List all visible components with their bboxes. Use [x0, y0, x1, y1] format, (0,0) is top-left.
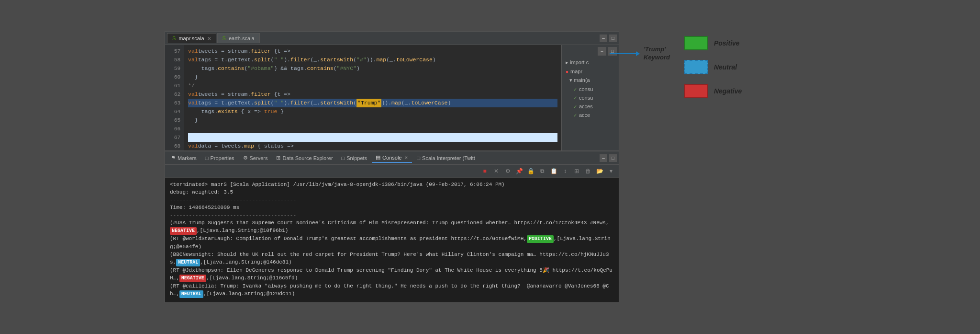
clear-button[interactable]: 🗑 [583, 166, 593, 176]
tab-scala-interpreter[interactable]: □ Scala Interpreter (Twitt [413, 154, 479, 162]
tab-properties[interactable]: □ Properties [201, 154, 238, 162]
console-weighted: debug: weighted: 3.5 [170, 188, 614, 196]
code-line-62: val tweets = stream.filter {t => [188, 90, 557, 99]
console-area: ⚑ Markers □ Properties ⚙ Servers ⊞ Data … [165, 150, 619, 302]
scala-file-icon2: S [223, 35, 226, 41]
check-icon-4: ✓ [573, 113, 577, 118]
stop-button[interactable]: ■ [480, 166, 490, 176]
editor-tab-bar: S mapr.scala ✕ S earth.scala – □ [165, 32, 619, 45]
tree-item-consu1[interactable]: ✓ consu [564, 85, 617, 93]
tab-mapr-scala-label: mapr.scala [178, 35, 204, 41]
editor-body: 57 58 59 60 61 62 63 64 65 66 67 68 69 v… [165, 45, 619, 150]
code-line-66 [188, 125, 557, 133]
tab-console[interactable]: ▤ Console ✕ [372, 153, 412, 163]
tree-item-main[interactable]: ▾ main(a [564, 76, 617, 84]
badge-positive-1: POSITIVE [527, 235, 554, 243]
annotation-text: 'Trump' Keyword [644, 46, 670, 62]
legend-negative-label: Negative [714, 87, 742, 95]
code-line-61: */ [188, 81, 557, 90]
tab-snippets[interactable]: □ Snippets [338, 154, 371, 162]
scroll-button[interactable]: ↕ [560, 166, 570, 176]
tree-item-consu2[interactable]: ✓ consu [564, 94, 617, 102]
console-window-controls: – □ [600, 154, 617, 162]
tree-item-acces2[interactable]: ✓ acce [564, 111, 617, 119]
annotation-container: 'Trump' Keyword [610, 46, 670, 62]
panel-minimize-button[interactable]: – [598, 47, 606, 56]
terminate-button[interactable]: ✕ [491, 166, 501, 176]
more-button[interactable]: ▾ [606, 166, 616, 176]
datasource-icon: ⊞ [276, 155, 280, 161]
legend-negative: Negative [684, 84, 770, 98]
tab-earth-scala-label: earth.scala [229, 35, 255, 41]
check-icon-3: ✓ [573, 104, 577, 109]
code-editor[interactable]: 57 58 59 60 61 62 63 64 65 66 67 68 69 v… [165, 45, 561, 150]
badge-neutral-2: NEUTRAL [176, 259, 200, 266]
legend-neutral: Neutral [684, 60, 770, 74]
code-line-60: } [188, 73, 557, 81]
maximize-button[interactable]: □ [609, 35, 617, 42]
console-sep1: ---------------------------------------- [170, 196, 614, 204]
code-line-58: val tags = t.getText.split(" ").filter(_… [188, 56, 557, 64]
console-entry-4: (RT @calilelia: Trump: Ivanka "always pu… [170, 282, 614, 298]
console-toolbar: ■ ✕ ⚙ 📌 🔒 ⧉ 📋 ↕ ⊞ 🗑 📂 ▾ [165, 165, 619, 178]
properties-icon: □ [205, 155, 209, 161]
line-numbers: 57 58 59 60 61 62 63 64 65 66 67 68 69 [165, 45, 184, 150]
tab-markers[interactable]: ⚑ Markers [167, 153, 200, 162]
console-minimize-button[interactable]: – [600, 154, 607, 162]
console-entry-3: (RT @Jdxthompson: Ellen DeGeneres respon… [170, 266, 614, 282]
console-entry-1: (RT @WorldStarLaugh: Compilation of Dona… [170, 235, 614, 251]
positive-color-box [684, 36, 708, 50]
legend-positive-label: Positive [714, 39, 740, 47]
tab-datasource[interactable]: ⊞ Data Source Explorer [272, 153, 336, 162]
tab-properties-label: Properties [210, 155, 234, 161]
code-line-63: val tags = t.getText.split(" ").filter(_… [188, 99, 557, 107]
annotation-arrow-group: 'Trump' Keyword [610, 46, 670, 62]
code-line-68: val data = tweets.map { status => [188, 142, 557, 150]
legend-neutral-label: Neutral [714, 63, 737, 71]
minimize-button[interactable]: – [600, 35, 607, 42]
console-header: <terminated> maprS [Scala Application] /… [170, 181, 614, 188]
tab-console-label: Console [382, 155, 401, 161]
tree-item-acces1[interactable]: ✓ acces [564, 103, 617, 110]
console-maximize-button[interactable]: □ [609, 154, 617, 162]
console-icon: ▤ [376, 154, 380, 161]
negative-color-box [684, 84, 708, 98]
code-line-67 [188, 133, 557, 142]
tab-earth-scala[interactable]: S earth.scala [217, 33, 260, 43]
code-line-64: tags.exists { x => true } [188, 107, 557, 116]
lock-button[interactable]: 🔒 [526, 166, 535, 176]
tree-item-import[interactable]: ▸ import c [564, 58, 617, 67]
check-icon-1: ✓ [573, 87, 577, 92]
tab-close-icon[interactable]: ✕ [207, 36, 211, 41]
console-entry-2: (BBCNewsnight: Should the UK roll out th… [170, 251, 614, 266]
tab-markers-label: Markers [178, 155, 197, 161]
tree-item-mapr[interactable]: ● mapr [564, 68, 617, 75]
tab-servers[interactable]: ⚙ Servers [239, 153, 272, 162]
console-time: Time: 1486645210000 ms [170, 204, 614, 211]
console-sep2: ---------------------------------------- [170, 211, 614, 219]
servers-icon: ⚙ [243, 155, 248, 161]
panel-controls: – □ [564, 47, 617, 56]
ide-window: S mapr.scala ✕ S earth.scala – □ 57 58 5… [165, 31, 619, 303]
paste-button[interactable]: 📋 [549, 166, 558, 176]
debug-button[interactable]: ⚙ [503, 166, 512, 176]
pin-button[interactable]: 📌 [514, 166, 524, 176]
markers-icon: ⚑ [171, 155, 176, 161]
tab-mapr-scala[interactable]: S mapr.scala ✕ [167, 33, 216, 43]
scala-interp-icon: □ [417, 155, 420, 161]
copy-button[interactable]: ⧉ [537, 166, 547, 176]
neutral-color-box [684, 60, 708, 74]
console-tab-close[interactable]: ✕ [404, 155, 408, 160]
tab-servers-label: Servers [250, 155, 268, 161]
badge-neutral-4: NEUTRAL [179, 290, 203, 298]
code-line-65: } [188, 116, 557, 125]
scala-file-icon: S [172, 35, 176, 41]
open-button[interactable]: 📂 [595, 166, 604, 176]
filter-button[interactable]: ⊞ [572, 166, 581, 176]
legend-panel: Positive Neutral Negative [679, 31, 775, 103]
code-lines: val tweets = stream.filter {t => val tag… [184, 45, 561, 150]
badge-negative-3: NEGATIVE [179, 275, 206, 282]
code-line-57: val tweets = stream.filter {t => [188, 47, 557, 56]
red-dot-icon: ● [566, 69, 568, 74]
tab-scala-label: Scala Interpreter (Twitt [422, 155, 475, 161]
